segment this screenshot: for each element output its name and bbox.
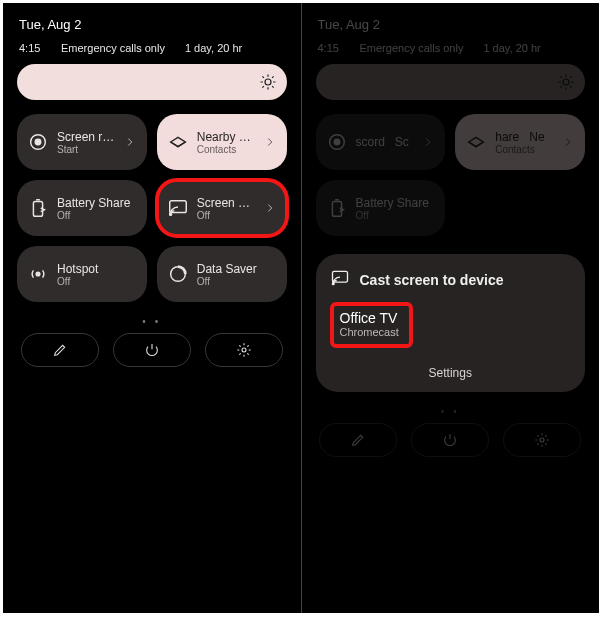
tile-data-saver[interactable]: Data SaverOff (157, 246, 287, 302)
status-carrier: Emergency calls only (61, 42, 165, 54)
record-icon (326, 131, 348, 153)
cast-device-item[interactable]: Office TV Chromecast (330, 302, 413, 348)
cast-device-name: Office TV (340, 310, 399, 326)
gear-icon (236, 342, 252, 358)
page-indicator: • • (17, 316, 287, 327)
hotspot-icon (27, 263, 49, 285)
tile-sublabel: Contacts (197, 144, 255, 155)
status-time: 4:15 (19, 42, 53, 54)
power-icon (144, 342, 160, 358)
power-button[interactable] (411, 423, 489, 457)
tile-label: Battery Share (57, 196, 137, 210)
record-icon (27, 131, 49, 153)
tile-nearby-share[interactable]: Nearby ShareContacts (157, 114, 287, 170)
status-bar: 4:15 Emergency calls only 1 day, 20 hr (316, 40, 586, 64)
gear-icon (534, 432, 550, 448)
edit-button[interactable] (319, 423, 397, 457)
chevron-right-icon (561, 135, 575, 149)
tile-scord-sc[interactable]: scordSc (316, 114, 446, 170)
page-indicator: • • (316, 406, 586, 417)
settings-button[interactable] (503, 423, 581, 457)
tile-hare-ne[interactable]: hareNeContacts (455, 114, 585, 170)
footer-controls (316, 423, 586, 457)
power-icon (442, 432, 458, 448)
tile-label: Screen record (57, 130, 115, 144)
svg-point-2 (265, 79, 271, 85)
cast-icon (330, 268, 350, 292)
edit-button[interactable] (21, 333, 99, 367)
tile-label: Screen Cast (197, 196, 255, 210)
quick-settings-panel-step2: Tue, Aug 2 4:15 Emergency calls only 1 d… (301, 3, 600, 613)
svg-point-10 (242, 348, 246, 352)
datasaver-icon (167, 263, 189, 285)
status-battery-text: 1 day, 20 hr (483, 42, 540, 54)
tile-label: Data Saver (197, 262, 277, 276)
svg-point-15 (334, 139, 340, 145)
settings-button[interactable] (205, 333, 283, 367)
tile-screen-cast[interactable]: Screen CastOff (157, 180, 287, 236)
quick-settings-panel-step1: Tue, Aug 2 4:15 Emergency calls only 1 d… (3, 3, 301, 613)
quick-settings-row2: Battery Share Off (316, 180, 586, 236)
tile-sublabel: Off (197, 210, 255, 221)
tile-label-fragment: Sc (395, 135, 409, 149)
tile-label: Hotspot (57, 262, 137, 276)
cast-settings-link[interactable]: Settings (330, 362, 572, 382)
tile-sublabel: Off (57, 210, 137, 221)
tile-hotspot[interactable]: HotspotOff (17, 246, 147, 302)
tile-sublabel: Off (197, 276, 277, 287)
footer-controls (17, 333, 287, 367)
tile-sublabel: Contacts (495, 144, 553, 155)
power-button[interactable] (113, 333, 191, 367)
cast-sheet: Cast screen to device Office TV Chromeca… (316, 254, 586, 392)
quick-settings-tiles: Screen recordStartNearby ShareContactsBa… (17, 114, 287, 302)
svg-point-8 (36, 272, 40, 276)
status-date: Tue, Aug 2 (316, 13, 586, 40)
brightness-slider[interactable] (316, 64, 586, 100)
svg-point-13 (563, 79, 569, 85)
brightness-slider[interactable] (17, 64, 287, 100)
tile-label-fragment: Ne (529, 130, 544, 144)
chevron-right-icon (123, 135, 137, 149)
cast-device-type: Chromecast (340, 326, 399, 338)
tile-battery-share[interactable]: Battery Share Off (316, 180, 446, 236)
brightness-icon (557, 73, 575, 91)
quick-settings-tiles: scordSchareNeContacts (316, 114, 586, 170)
tile-battery-share[interactable]: Battery ShareOff (17, 180, 147, 236)
tile-label: Nearby Share (197, 130, 255, 144)
svg-point-19 (540, 438, 544, 442)
tile-sublabel: Start (57, 144, 115, 155)
cast-sheet-title: Cast screen to device (360, 272, 504, 288)
svg-point-4 (35, 139, 41, 145)
chevron-right-icon (263, 201, 277, 215)
battery-share-icon (27, 197, 49, 219)
svg-point-7 (170, 214, 172, 216)
cast-icon (167, 197, 189, 219)
tile-label-fragment: hare (495, 130, 519, 144)
status-time: 4:15 (318, 42, 352, 54)
status-date: Tue, Aug 2 (17, 13, 287, 40)
pencil-icon (350, 432, 366, 448)
tile-sublabel: Off (356, 210, 436, 221)
tile-screen-record[interactable]: Screen recordStart (17, 114, 147, 170)
tile-sublabel: Off (57, 276, 137, 287)
status-carrier: Emergency calls only (360, 42, 464, 54)
battery-share-icon (326, 197, 348, 219)
chevron-right-icon (421, 135, 435, 149)
pencil-icon (52, 342, 68, 358)
brightness-icon (259, 73, 277, 91)
tile-label-fragment: scord (356, 135, 385, 149)
tile-label: Battery Share (356, 196, 436, 210)
nearby-icon (465, 131, 487, 153)
nearby-icon (167, 131, 189, 153)
chevron-right-icon (263, 135, 277, 149)
status-battery-text: 1 day, 20 hr (185, 42, 242, 54)
svg-point-18 (332, 283, 334, 285)
status-bar: 4:15 Emergency calls only 1 day, 20 hr (17, 40, 287, 64)
